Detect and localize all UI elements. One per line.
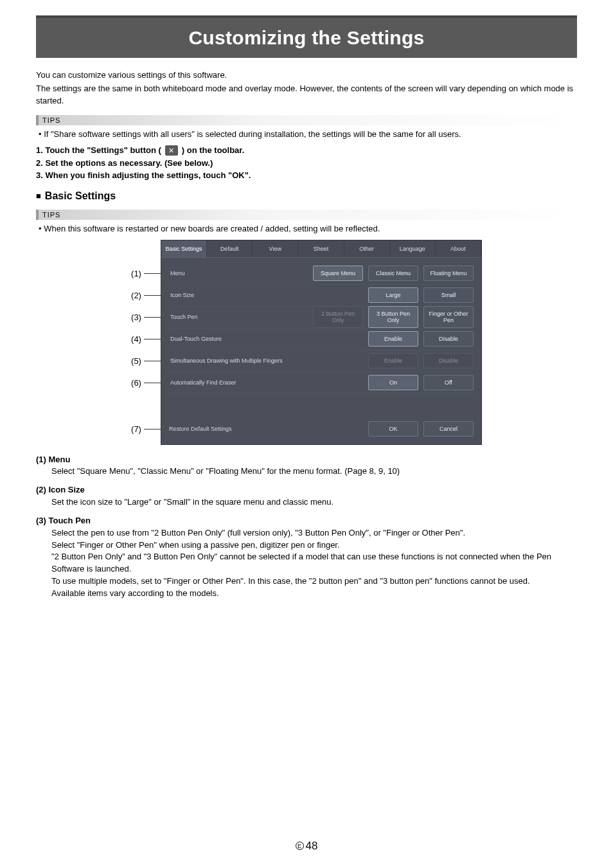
row-icon-size-label: Icon Size <box>169 292 368 298</box>
callout-5: (5) <box>131 356 141 366</box>
row-touch-pen: Touch Pen 2 Button Pen Only 3 Button Pen… <box>169 307 474 329</box>
page-number: E48 <box>0 840 613 853</box>
opt-finger-other-pen[interactable]: Finger or Other Pen <box>423 306 474 328</box>
opt-icon-large[interactable]: Large <box>368 287 418 303</box>
callout-7: (7) <box>131 424 141 434</box>
tab-basic-settings[interactable]: Basic Settings <box>161 240 207 257</box>
opt-classic-menu[interactable]: Classic Menu <box>368 266 418 281</box>
tab-view[interactable]: View <box>253 240 298 257</box>
page-number-value: 48 <box>306 840 318 852</box>
settings-tabs: Basic Settings Default View Sheet Other … <box>161 240 481 258</box>
row-dual-touch-gesture-label: Dual-Touch Gesture <box>169 336 368 342</box>
dialog-footer: Restore Default Settings OK Cancel <box>161 415 481 444</box>
callout-1: (1) <box>131 269 141 278</box>
row-multi-finger-drawing: Simultaneous Drawing with Multiple Finge… <box>169 350 474 372</box>
desc-3-body-5: Available items vary according to the mo… <box>36 588 577 600</box>
intro-paragraph-1: You can customize various settings of th… <box>36 69 577 82</box>
callout-2: (2) <box>131 291 141 300</box>
desc-2-body: Set the icon size to "Large" or "Small" … <box>36 496 577 509</box>
desc-3-body-1: Select the pen to use from "2 Button Pen… <box>36 527 577 539</box>
desc-3-body-4: To use multiple models, set to "Finger o… <box>36 575 577 588</box>
row-multi-finger-drawing-label: Simultaneous Drawing with Multiple Finge… <box>169 357 368 364</box>
opt-multi-enable[interactable]: Enable <box>368 353 418 368</box>
desc-3-body-2: Select "Finger or Other Pen" when using … <box>36 539 577 552</box>
callout-4: (4) <box>131 334 141 344</box>
opt-square-menu[interactable]: Square Menu <box>313 266 363 281</box>
tab-language[interactable]: Language <box>390 240 436 257</box>
desc-3-heading: (3) Touch Pen <box>36 515 577 527</box>
tab-other[interactable]: Other <box>344 240 390 257</box>
desc-3-body-3: "2 Button Pen Only" and "3 Button Pen On… <box>36 551 577 575</box>
step-2: 2. Set the options as necessary. (See be… <box>36 158 577 168</box>
row-dual-touch-gesture: Dual-Touch Gesture Enable Disable <box>169 329 474 350</box>
step-1: 1. Touch the "Settings" button ( ✕ ) on … <box>36 145 577 156</box>
callout-3: (3) <box>131 312 141 322</box>
cancel-button[interactable]: Cancel <box>423 421 474 437</box>
opt-eraser-off[interactable]: Off <box>423 375 474 390</box>
page-title: Customizing the Settings <box>36 15 577 58</box>
step-3: 3. When you finish adjusting the setting… <box>36 170 577 180</box>
row-auto-find-eraser: Automatically Find Eraser On Off <box>169 372 474 394</box>
restore-default-settings-button[interactable]: Restore Default Settings <box>169 426 363 432</box>
tips-heading-1: TIPS <box>36 115 577 125</box>
step-1-text-b: ) on the toolbar. <box>182 145 245 155</box>
desc-1-heading: (1) Menu <box>36 454 577 466</box>
basic-settings-heading: ■Basic Settings <box>36 190 577 202</box>
tips-bullet-2: When this software is restarted or new b… <box>36 224 577 233</box>
callout-column: (1) (2) (3) (4) (5) (6) (7) <box>131 240 161 445</box>
opt-3-button-pen[interactable]: 3 Button Pen Only <box>368 306 418 328</box>
opt-multi-disable[interactable]: Disable <box>423 353 474 368</box>
row-menu: Menu Square Menu Classic Menu Floating M… <box>169 263 474 285</box>
settings-dialog: Basic Settings Default View Sheet Other … <box>161 240 482 445</box>
tab-sheet[interactable]: Sheet <box>298 240 344 257</box>
opt-gesture-enable[interactable]: Enable <box>368 331 418 347</box>
opt-2-button-pen[interactable]: 2 Button Pen Only <box>313 306 363 328</box>
page-number-e-icon: E <box>296 842 304 850</box>
tips-heading-2: TIPS <box>36 210 577 220</box>
opt-icon-small[interactable]: Small <box>423 287 474 303</box>
desc-2-heading: (2) Icon Size <box>36 484 577 496</box>
tab-about[interactable]: About <box>436 240 481 257</box>
settings-icon: ✕ <box>165 145 178 156</box>
row-icon-size: Icon Size Large Small <box>169 285 474 307</box>
opt-gesture-disable[interactable]: Disable <box>423 331 474 347</box>
opt-eraser-on[interactable]: On <box>368 375 418 390</box>
tips-bullet-1: If "Share software settings with all use… <box>36 129 577 139</box>
row-touch-pen-label: Touch Pen <box>169 314 313 320</box>
basic-settings-heading-text: Basic Settings <box>45 190 116 201</box>
row-menu-label: Menu <box>169 270 313 276</box>
callout-6: (6) <box>131 378 141 388</box>
intro-paragraph-2: The settings are the same in both whiteb… <box>36 83 577 107</box>
desc-1-body: Select "Square Menu", "Classic Menu" or … <box>36 466 577 478</box>
row-auto-find-eraser-label: Automatically Find Eraser <box>169 379 368 386</box>
ok-button[interactable]: OK <box>368 421 418 437</box>
step-1-text-a: 1. Touch the "Settings" button ( <box>36 145 161 155</box>
opt-floating-menu[interactable]: Floating Menu <box>423 266 474 281</box>
tab-default[interactable]: Default <box>207 240 253 257</box>
